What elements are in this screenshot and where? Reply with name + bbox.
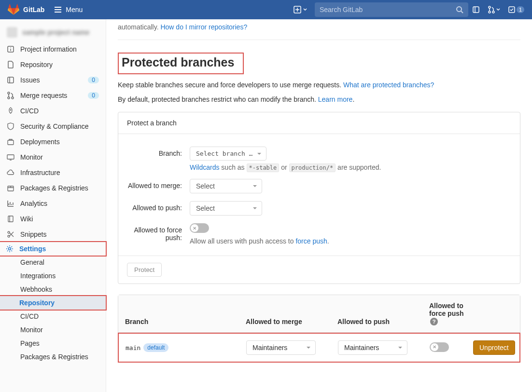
force-push-link[interactable]: force push xyxy=(295,237,327,245)
protect-button[interactable]: Protect xyxy=(127,263,162,277)
main-menu-button[interactable]: Menu xyxy=(54,6,83,14)
sidebar-item-merge-requests[interactable]: Merge requests 0 xyxy=(0,88,106,103)
sidebar-item-label: Monitor xyxy=(20,153,43,161)
row-force-push-toggle[interactable]: ✕ xyxy=(430,342,449,352)
sidebar-item-cicd[interactable]: CI/CD xyxy=(0,103,106,119)
sidebar-item-repository[interactable]: Repository xyxy=(0,57,106,72)
force-push-help: Allow all users with push access to forc… xyxy=(190,237,511,245)
sidebar-item-security[interactable]: Security & Compliance xyxy=(0,119,106,134)
sidebar-item-snippets[interactable]: Snippets xyxy=(0,227,106,242)
force-push-toggle[interactable]: ✕ xyxy=(190,223,209,233)
mirror-section-tail: automatically. How do I mirror repositor… xyxy=(118,19,520,31)
global-search[interactable] xyxy=(315,2,468,17)
svg-point-10 xyxy=(8,92,10,94)
svg-point-20 xyxy=(9,248,11,250)
chevron-down-icon xyxy=(303,8,307,12)
project-name: sample project name xyxy=(22,28,89,36)
search-input[interactable] xyxy=(320,6,456,14)
sidebar-item-wiki[interactable]: Wiki xyxy=(0,211,106,227)
sidebar-item-issues[interactable]: Issues 0 xyxy=(0,72,106,88)
sidebar-item-label: Deployments xyxy=(20,138,60,146)
new-dropdown[interactable] xyxy=(294,6,307,14)
settings-sub-general[interactable]: General xyxy=(0,256,106,269)
package-icon xyxy=(7,184,14,192)
merge-requests-shortcut[interactable] xyxy=(488,6,500,14)
sidebar-item-monitor[interactable]: Monitor xyxy=(0,149,106,165)
chart-icon xyxy=(7,200,14,207)
settings-sub-cicd[interactable]: CI/CD xyxy=(0,310,106,323)
table-row: main default Maintainers Maintainers ✕ U… xyxy=(118,333,520,363)
sidebar-item-infrastructure[interactable]: Infrastructure xyxy=(0,165,106,180)
project-header[interactable]: sample project name xyxy=(0,23,106,41)
settings-sub-webhooks[interactable]: Webhooks xyxy=(0,283,106,296)
branch-select[interactable]: Select branch … xyxy=(190,147,266,161)
table-header: Branch Allowed to merge Allowed to push … xyxy=(118,295,520,333)
file-icon xyxy=(7,61,14,68)
todos-shortcut[interactable]: 1 xyxy=(508,6,524,14)
svg-rect-14 xyxy=(8,140,14,145)
section-description-2: By default, protected branches restrict … xyxy=(118,95,520,103)
sidebar-item-label: Analytics xyxy=(20,200,47,207)
row-allowed-merge-select[interactable]: Maintainers xyxy=(246,340,316,355)
search-icon xyxy=(456,6,463,14)
learn-more-link[interactable]: Learn more xyxy=(318,95,353,103)
brand-name: GitLab xyxy=(23,6,44,14)
sidebar-item-analytics[interactable]: Analytics xyxy=(0,196,106,211)
monitor-icon xyxy=(7,153,14,161)
cloud-icon xyxy=(7,169,14,176)
plus-square-icon xyxy=(294,6,301,14)
mirror-help-link[interactable]: How do I mirror repositories? xyxy=(160,23,247,31)
project-sidebar: sample project name Project information … xyxy=(0,19,106,392)
allowed-push-select[interactable]: Select xyxy=(190,201,262,216)
toggle-knob-off-icon: ✕ xyxy=(191,224,198,232)
allowed-merge-select[interactable]: Select xyxy=(190,179,262,193)
protect-branch-card: Protect a branch Branch: Select branch …… xyxy=(118,112,520,284)
sidebar-item-label: Snippets xyxy=(20,230,46,238)
protected-branches-title: Protected branches xyxy=(118,53,244,74)
sidebar-item-project-info[interactable]: Project information xyxy=(0,41,106,57)
sidebar-item-label: Project information xyxy=(20,45,77,53)
svg-rect-17 xyxy=(8,216,13,222)
th-force: Allowed to force push ? xyxy=(429,302,473,325)
merge-request-icon xyxy=(7,92,14,99)
book-icon xyxy=(7,215,14,223)
wildcards-help: Wildcards such as *-stable or production… xyxy=(190,163,511,171)
allowed-force-label: Allowed to force push: xyxy=(127,223,190,245)
settings-sub-monitor[interactable]: Monitor xyxy=(0,323,106,337)
chevron-down-icon xyxy=(496,8,500,12)
settings-sub-packages[interactable]: Packages & Registries xyxy=(0,350,106,364)
sidebar-item-label: Settings xyxy=(19,245,46,253)
unprotect-button[interactable]: Unprotect xyxy=(473,340,515,355)
merge-request-icon xyxy=(488,6,495,14)
shield-icon xyxy=(7,122,14,130)
protected-branches-table: Branch Allowed to merge Allowed to push … xyxy=(118,295,520,363)
branch-name: main xyxy=(126,344,140,351)
brand[interactable]: GitLab xyxy=(8,4,44,15)
svg-point-4 xyxy=(489,6,490,8)
th-branch: Branch xyxy=(125,318,246,325)
wildcards-link[interactable]: Wildcards xyxy=(190,163,219,171)
row-allowed-push-select[interactable]: Maintainers xyxy=(338,340,407,355)
settings-sub-pages[interactable]: Pages xyxy=(0,337,106,350)
section-divider xyxy=(118,40,520,40)
settings-sub-integrations[interactable]: Integrations xyxy=(0,269,106,283)
help-icon[interactable]: ? xyxy=(430,318,438,325)
what-are-protected-link[interactable]: What are protected branches? xyxy=(343,81,434,89)
sidebar-item-label: Infrastructure xyxy=(20,169,60,176)
sidebar-item-label: Merge requests xyxy=(20,92,67,99)
issue-icon xyxy=(7,76,14,84)
sidebar-item-label: Repository xyxy=(20,61,53,68)
svg-point-19 xyxy=(8,235,10,237)
issues-shortcut-icon[interactable] xyxy=(472,6,480,14)
allowed-push-label: Allowed to push: xyxy=(127,201,190,216)
sidebar-item-deployments[interactable]: Deployments xyxy=(0,134,106,149)
project-avatar xyxy=(7,27,17,38)
toggle-knob-off-icon: ✕ xyxy=(431,343,438,351)
svg-point-11 xyxy=(8,97,10,99)
todo-count-badge: 1 xyxy=(517,6,524,13)
th-merge: Allowed to merge xyxy=(246,318,337,325)
settings-sub-repository[interactable]: Repository xyxy=(0,295,107,311)
sidebar-item-settings[interactable]: Settings xyxy=(0,241,107,257)
svg-point-12 xyxy=(12,97,14,99)
sidebar-item-packages[interactable]: Packages & Registries xyxy=(0,180,106,196)
